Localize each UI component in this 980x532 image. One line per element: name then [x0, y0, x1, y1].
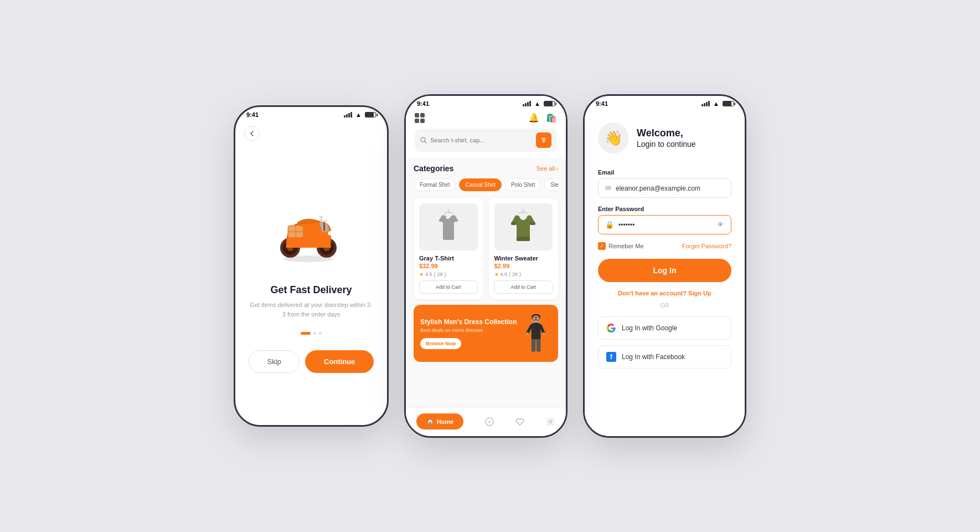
top-right-icons: 🔔 🛍️	[528, 112, 557, 123]
google-login-button[interactable]: Log In with Google	[598, 316, 731, 340]
browse-now-button[interactable]: Browse Now	[420, 338, 461, 349]
eye-icon[interactable]: 👁	[717, 221, 724, 229]
dots-indicator	[301, 332, 322, 335]
add-to-cart-sweater[interactable]: Add to Cart	[494, 280, 553, 294]
search-icon	[420, 137, 427, 144]
delivery-buttons: Skip Continue	[249, 350, 374, 373]
heart-icon	[515, 417, 525, 427]
product-price-gray: $32.99	[419, 263, 478, 269]
star-icon-gray: ★	[419, 272, 424, 277]
add-to-cart-gray[interactable]: Add to Cart	[419, 280, 478, 294]
promo-text: Stylish Men's Dress Collection Best deal…	[420, 318, 521, 349]
tab-sleeveless[interactable]: Sle...	[544, 178, 558, 191]
status-bar-center: 9:41 ▲	[406, 96, 566, 109]
back-arrow-icon	[249, 131, 255, 136]
forgot-password-link[interactable]: Forget Password?	[682, 243, 731, 249]
back-button[interactable]	[244, 126, 260, 141]
status-bar-left: 9:41 ▲	[235, 107, 387, 120]
product-price-sweater: $2.99	[494, 263, 553, 269]
category-tabs: Formal Shirt Casual Shirt Polo Shirt Sle…	[414, 178, 558, 191]
nav-settings-button[interactable]	[545, 417, 555, 427]
time-left: 9:41	[246, 111, 259, 118]
product-card-sweater: Winter Sweater $2.99 ★ 4.5 (28) Add to C…	[489, 198, 559, 299]
battery-icon-right	[723, 101, 734, 106]
facebook-login-button[interactable]: f Log In with Facebook	[598, 345, 731, 369]
email-field-wrapper[interactable]: ✉	[598, 178, 731, 198]
wifi-icon-right: ▲	[713, 100, 719, 107]
google-login-label: Log In with Google	[622, 324, 677, 332]
nav-home-button[interactable]: 🏠 Home	[416, 413, 464, 429]
dot-active	[301, 332, 311, 335]
categories-title: Categories	[414, 164, 453, 173]
status-icons-left: ▲	[344, 111, 376, 118]
phone-shop: 9:41 ▲ 🔔	[404, 94, 568, 438]
search-bar[interactable]	[415, 129, 557, 152]
signup-link[interactable]: Sign Up	[688, 290, 711, 296]
model-svg	[521, 313, 551, 354]
see-all-button[interactable]: See all ›	[537, 165, 558, 172]
delivery-title: Get Fast Delivery	[270, 284, 352, 296]
shop-top-bar: 🔔 🛍️	[406, 109, 566, 157]
signal-icon-center	[523, 101, 531, 106]
email-label: Email	[598, 169, 731, 176]
filter-button[interactable]	[536, 132, 551, 148]
signal-icon	[344, 112, 352, 117]
password-field-wrapper[interactable]: 🔒 👁	[598, 215, 731, 234]
dot-inactive-1	[313, 332, 316, 335]
shopping-bag-icon[interactable]: 🛍️	[546, 112, 557, 123]
svg-rect-24	[530, 222, 535, 225]
notification-icon[interactable]: 🔔	[528, 112, 539, 123]
nav-wishlist-button[interactable]	[515, 417, 525, 427]
svg-point-35	[526, 332, 529, 335]
dot-inactive-2	[319, 332, 322, 335]
status-bar-right: 9:41 ▲	[585, 96, 745, 109]
social-login: Log In with Google f Log In with Faceboo…	[598, 316, 731, 369]
svg-point-36	[543, 332, 545, 335]
skip-button[interactable]: Skip	[249, 350, 300, 373]
product-card-gray-tshirt: Gray T-Shirt $32.99 ★ 4.5 (29) Add to Ca…	[414, 198, 483, 299]
product-image-sweater	[494, 203, 553, 250]
svg-point-14	[319, 216, 323, 219]
email-input[interactable]	[616, 185, 724, 192]
star-icon-sweater: ★	[494, 272, 499, 277]
battery-icon-center	[544, 101, 555, 106]
time-right: 9:41	[596, 100, 608, 107]
login-button[interactable]: Log In	[598, 259, 731, 282]
search-input[interactable]	[430, 137, 533, 144]
delivery-header	[235, 120, 387, 141]
welcome-sub: Login to continue	[637, 140, 696, 149]
promo-title: Stylish Men's Dress Collection	[420, 318, 521, 326]
continue-button[interactable]: Continue	[305, 350, 374, 373]
filter-icon	[540, 137, 547, 144]
phone-login: 9:41 ▲ 👋 Welcome, Login to continue	[583, 94, 746, 438]
tab-formal-shirt[interactable]: Formal Shirt	[414, 178, 456, 191]
email-icon: ✉	[605, 184, 611, 192]
tab-polo-shirt[interactable]: Polo Shirt	[505, 178, 541, 191]
password-input[interactable]	[618, 221, 713, 229]
nav-discover-button[interactable]	[484, 417, 494, 427]
gray-tshirt-svg	[432, 208, 465, 247]
svg-rect-8	[321, 220, 327, 222]
remember-label: Remeber Me	[608, 243, 644, 249]
or-divider: OR	[598, 302, 731, 309]
password-form-group: Enter Password 🔒 👁	[598, 206, 731, 234]
tab-casual-shirt[interactable]: Casual Shirt	[459, 178, 501, 191]
svg-point-38	[488, 421, 490, 422]
wave-avatar: 👋	[598, 122, 629, 154]
remember-checkbox[interactable]	[598, 242, 606, 250]
scooter-svg	[267, 182, 350, 265]
nav-home-label: Home	[437, 418, 454, 425]
svg-rect-33	[532, 339, 536, 352]
home-icon: 🏠	[426, 418, 434, 425]
lock-icon: 🔒	[605, 221, 614, 229]
svg-rect-23	[511, 222, 517, 225]
svg-rect-34	[537, 339, 541, 352]
svg-rect-22	[517, 237, 530, 241]
form-options: Remeber Me Forget Password?	[598, 242, 731, 250]
grid-icon[interactable]	[415, 113, 425, 123]
settings-icon	[545, 417, 555, 427]
facebook-login-label: Log In with Facebook	[622, 353, 685, 361]
bottom-nav: 🏠 Home	[406, 407, 566, 436]
battery-icon	[365, 112, 376, 117]
phone-delivery: 9:41 ▲	[234, 105, 389, 427]
